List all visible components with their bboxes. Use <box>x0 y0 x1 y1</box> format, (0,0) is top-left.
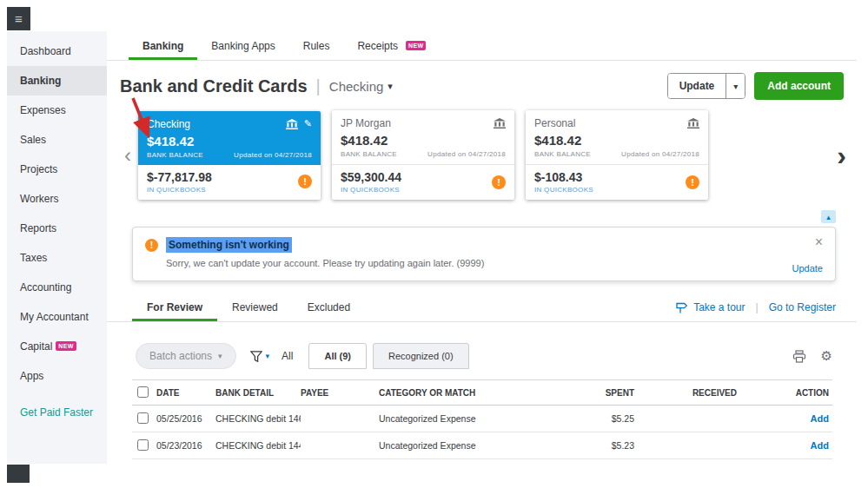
cell-spent: $5.25 <box>554 413 643 424</box>
batch-actions-button[interactable]: Batch actions ▾ <box>136 343 236 369</box>
sidebar-item-taxes[interactable]: Taxes <box>7 243 107 273</box>
bank-icon <box>687 118 699 129</box>
sidebar-item-dashboard[interactable]: Dashboard <box>7 36 107 66</box>
warning-icon[interactable]: ! <box>686 175 699 189</box>
collapse-panel-button[interactable]: ▴ <box>821 210 836 223</box>
sidebar-item-banking[interactable]: Banking <box>7 66 107 96</box>
updated-date: Updated on 04/27/2018 <box>234 151 312 159</box>
cell-date: 05/23/2016 <box>156 440 215 451</box>
card-top: Checking ✎ $418.42 BANK BALANCE Updated … <box>138 111 321 165</box>
card-top: Personal $418.42 BANK BALANCE Updated on… <box>526 110 708 165</box>
column-header-payee[interactable]: PAYEE <box>301 388 379 398</box>
bank-balance-amount: $418.42 <box>534 133 699 148</box>
cell-category: Uncategorized Expense <box>379 413 554 424</box>
segment-recognized[interactable]: Recognized (0) <box>373 343 469 369</box>
hamburger-menu-button[interactable]: ≡ <box>7 7 30 30</box>
card-bottom: $-108.43 IN QUICKBOOKS ! <box>526 165 708 200</box>
tab-excluded[interactable]: Excluded <box>293 293 365 321</box>
table-row[interactable]: 05/21/2016 CHECKING debit 142 Uncategori… <box>132 459 832 464</box>
column-header-received[interactable]: RECEIVED <box>643 388 745 398</box>
tab-rules[interactable]: Rules <box>289 31 344 60</box>
new-badge: NEW <box>56 341 76 351</box>
filter-button[interactable]: ▾ <box>250 351 270 362</box>
select-all-checkbox[interactable] <box>137 386 149 398</box>
gear-icon[interactable]: ⚙ <box>821 348 832 364</box>
card-top: JP Morgan $418.42 BANK BALANCE Updated o… <box>332 110 514 165</box>
column-header-action: ACTION <box>745 388 832 398</box>
sidebar-item-workers[interactable]: Workers <box>7 184 107 214</box>
caret-down-icon: ▾ <box>218 352 222 360</box>
sidebar-item-reports[interactable]: Reports <box>7 214 107 243</box>
account-card-personal[interactable]: Personal $418.42 BANK BALANCE Updated on… <box>526 110 708 200</box>
account-cards-carousel: ‹ Checking ✎ $418.42 BANK BALANCE Update… <box>107 105 857 208</box>
batch-actions-label: Batch actions <box>149 350 212 362</box>
tab-banking[interactable]: Banking <box>129 31 197 60</box>
sidebar-item-my-accountant[interactable]: My Accountant <box>7 302 107 332</box>
account-selector-dropdown[interactable]: Checking ▾ <box>329 79 393 94</box>
row-checkbox[interactable] <box>137 412 149 424</box>
account-card-jp-morgan[interactable]: JP Morgan $418.42 BANK BALANCE Updated o… <box>332 110 514 200</box>
main-content: Banking Banking Apps Rules Receipts NEW … <box>107 31 857 464</box>
card-bottom: $-77,817.98 IN QUICKBOOKS ! <box>138 165 321 200</box>
update-split-button: Update ▾ <box>667 73 746 99</box>
sidebar-item-accounting[interactable]: Accounting <box>7 273 107 302</box>
quickbooks-label: IN QUICKBOOKS <box>147 186 212 194</box>
account-card-checking[interactable]: Checking ✎ $418.42 BANK BALANCE Updated … <box>138 111 321 200</box>
card-bottom: $59,300.44 IN QUICKBOOKS ! <box>332 165 514 200</box>
filter-icon <box>250 351 262 362</box>
add-transaction-link[interactable]: Add <box>811 413 829 424</box>
review-tab-bar: For Review Reviewed Excluded Take a tour… <box>107 293 857 322</box>
add-transaction-link[interactable]: Add <box>811 440 829 451</box>
add-account-button[interactable]: Add account <box>754 72 844 100</box>
go-to-register-link[interactable]: Go to Register <box>769 301 836 313</box>
header-actions: Update ▾ Add account <box>667 72 844 100</box>
sidebar-item-label: Capital <box>20 340 52 353</box>
title-separator: | <box>316 76 321 96</box>
alert-title: Something isn't working <box>166 237 292 253</box>
collapse-row: ▴ <box>107 210 857 223</box>
sidebar-item-projects[interactable]: Projects <box>7 155 107 184</box>
bank-icon <box>286 119 298 129</box>
bank-balance-amount: $418.42 <box>147 134 312 148</box>
tab-for-review[interactable]: For Review <box>132 293 217 321</box>
column-header-category[interactable]: CATEGORY OR MATCH <box>379 388 554 398</box>
tab-receipts[interactable]: Receipts NEW <box>343 31 440 60</box>
tab-reviewed[interactable]: Reviewed <box>217 293 293 321</box>
update-button[interactable]: Update <box>668 74 726 98</box>
warning-icon[interactable]: ! <box>298 175 312 188</box>
close-icon[interactable]: × <box>815 235 823 249</box>
column-header-bank-detail[interactable]: BANK DETAIL <box>215 388 301 398</box>
warning-icon[interactable]: ! <box>492 175 506 189</box>
row-checkbox[interactable] <box>137 439 149 451</box>
sidebar-item-get-paid-faster[interactable]: Get Paid Faster <box>7 398 107 427</box>
quickbooks-amount: $-108.43 <box>534 170 593 184</box>
cards-scroll-left-button[interactable]: ‹ <box>124 145 131 166</box>
sidebar-item-sales[interactable]: Sales <box>7 125 107 155</box>
account-name: JP Morgan <box>341 117 391 129</box>
bank-balance-label: BANK BALANCE <box>534 150 591 158</box>
edit-pencil-icon[interactable]: ✎ <box>304 118 312 129</box>
quickbooks-amount: $59,300.44 <box>341 170 401 184</box>
print-icon[interactable] <box>792 350 806 363</box>
column-header-spent[interactable]: SPENT <box>554 388 643 398</box>
bank-icon <box>494 118 506 129</box>
tab-banking-apps[interactable]: Banking Apps <box>197 31 288 60</box>
take-a-tour-link[interactable]: Take a tour <box>675 301 745 313</box>
segment-all[interactable]: All (9) <box>308 343 367 369</box>
tab-label: Receipts <box>357 40 398 52</box>
table-row[interactable]: 05/23/2016 CHECKING debit 144 Uncategori… <box>132 432 832 459</box>
column-header-date[interactable]: DATE <box>156 388 215 398</box>
alert-update-link[interactable]: Update <box>792 263 823 274</box>
alert-message: Sorry, we can't update your account. Ple… <box>166 258 823 268</box>
table-row[interactable]: 05/25/2016 CHECKING debit 146 Uncategori… <box>132 406 832 432</box>
bank-balance-amount: $418.42 <box>341 133 506 148</box>
cell-spent: $5.23 <box>554 440 643 451</box>
cards-scroll-right-button[interactable]: › <box>837 142 846 169</box>
sidebar-item-apps[interactable]: Apps <box>7 361 107 391</box>
sidebar: Dashboard Banking Expenses Sales Project… <box>7 31 107 464</box>
sidebar-item-expenses[interactable]: Expenses <box>7 96 107 125</box>
table-header-row: DATE BANK DETAIL PAYEE CATEGORY OR MATCH… <box>132 379 832 406</box>
cell-bank-detail: CHECKING debit 144 <box>215 440 301 451</box>
update-dropdown-button[interactable]: ▾ <box>726 74 745 98</box>
sidebar-item-capital[interactable]: CapitalNEW <box>7 332 107 361</box>
